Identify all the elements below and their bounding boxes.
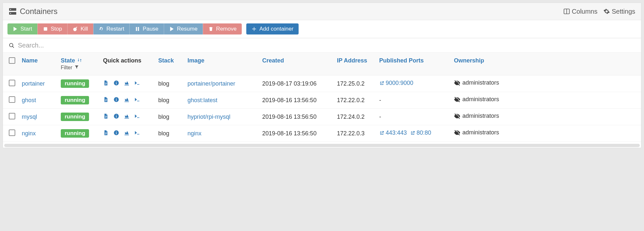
- table-row: portainerrunningblogportainer/portainer2…: [3, 75, 641, 92]
- trash-icon: [208, 26, 213, 32]
- panel-title-text: Containers: [20, 7, 58, 16]
- restart-button[interactable]: Restart: [93, 23, 130, 34]
- add-container-button[interactable]: Add container: [246, 23, 299, 34]
- inspect-icon[interactable]: [113, 113, 119, 119]
- col-ownership[interactable]: Ownership: [451, 53, 641, 75]
- stack-cell: blog: [155, 125, 184, 142]
- search-row: [3, 38, 641, 52]
- stop-label: Stop: [51, 26, 62, 32]
- col-ports[interactable]: Published Ports: [376, 53, 451, 75]
- ports-cell: 9000:9000: [376, 75, 451, 92]
- container-name-link[interactable]: portainer: [22, 80, 45, 87]
- inspect-icon[interactable]: [113, 97, 119, 102]
- col-ip[interactable]: IP Address: [334, 53, 376, 75]
- created-cell: 2019-08-16 13:56:50: [259, 125, 334, 142]
- container-name-link[interactable]: nginx: [22, 130, 36, 137]
- ownership-cell: administrators: [454, 113, 499, 119]
- plus-icon: [251, 26, 257, 32]
- eye-off-icon: [454, 80, 460, 86]
- col-quick-actions: Quick actions: [100, 53, 155, 75]
- play-icon: [169, 26, 174, 32]
- settings-button[interactable]: Settings: [603, 8, 635, 15]
- columns-icon: [563, 8, 570, 15]
- row-checkbox[interactable]: [9, 113, 15, 119]
- console-icon[interactable]: [134, 130, 140, 136]
- columns-label: Columns: [572, 8, 598, 15]
- image-link[interactable]: ghost:latest: [187, 97, 217, 103]
- logs-icon[interactable]: [103, 113, 109, 119]
- logs-icon[interactable]: [103, 130, 109, 136]
- ip-cell: 172.22.0.3: [334, 125, 376, 142]
- ports-cell: -: [376, 92, 451, 109]
- console-icon[interactable]: [134, 80, 140, 86]
- horizontal-scrollbar[interactable]: [4, 144, 640, 147]
- stats-icon[interactable]: [124, 130, 130, 136]
- pause-label: Pause: [143, 26, 158, 32]
- refresh-icon: [99, 26, 104, 32]
- ownership-cell: administrators: [454, 129, 499, 136]
- stats-icon[interactable]: [124, 113, 130, 119]
- bomb-icon: [73, 26, 78, 32]
- col-state[interactable]: State Filter: [58, 53, 100, 75]
- port-link[interactable]: 80:80: [410, 129, 431, 136]
- image-link[interactable]: portainer/portainer: [187, 80, 235, 87]
- panel-header-actions: Columns Settings: [563, 8, 635, 15]
- stop-icon: [43, 26, 48, 32]
- console-icon[interactable]: [134, 97, 140, 102]
- logs-icon[interactable]: [103, 97, 109, 102]
- ip-cell: 172.25.0.2: [334, 75, 376, 92]
- state-badge: running: [61, 129, 89, 138]
- port-link[interactable]: 9000:9000: [379, 80, 413, 87]
- columns-button[interactable]: Columns: [563, 8, 598, 15]
- panel-header: Containers Columns Settings: [3, 3, 641, 20]
- container-name-link[interactable]: mysql: [22, 114, 37, 120]
- console-icon[interactable]: [134, 113, 140, 119]
- col-select: [3, 53, 19, 75]
- stats-icon[interactable]: [124, 80, 130, 86]
- stats-icon[interactable]: [124, 97, 130, 102]
- image-link[interactable]: hypriot/rpi-mysql: [187, 114, 230, 120]
- settings-label: Settings: [612, 8, 635, 15]
- created-cell: 2019-08-17 03:19:06: [259, 75, 334, 92]
- remove-label: Remove: [216, 26, 237, 32]
- panel-title: Containers: [9, 7, 58, 16]
- row-checkbox[interactable]: [9, 129, 15, 136]
- row-checkbox[interactable]: [9, 96, 15, 103]
- sort-icon: [77, 58, 82, 62]
- col-created[interactable]: Created: [259, 53, 334, 75]
- col-image[interactable]: Image: [184, 53, 259, 75]
- inspect-icon[interactable]: [113, 130, 119, 136]
- start-label: Start: [20, 26, 32, 32]
- row-checkbox[interactable]: [9, 80, 15, 86]
- search-input[interactable]: [18, 42, 635, 49]
- ports-cell: -: [376, 109, 451, 125]
- kill-button[interactable]: Kill: [67, 23, 93, 34]
- remove-button[interactable]: Remove: [203, 23, 242, 34]
- col-stack[interactable]: Stack: [155, 53, 184, 75]
- resume-button[interactable]: Resume: [164, 23, 203, 34]
- pause-button[interactable]: Pause: [129, 23, 163, 34]
- gear-icon: [603, 8, 610, 15]
- container-name-link[interactable]: ghost: [22, 97, 36, 103]
- state-filter[interactable]: Filter: [61, 65, 97, 71]
- start-button[interactable]: Start: [7, 23, 37, 34]
- containers-table: Name State Filter Quick actions Stack Im…: [3, 52, 641, 142]
- containers-panel: Containers Columns Settings Start Stop: [3, 3, 641, 148]
- state-badge: running: [61, 79, 89, 88]
- col-name[interactable]: Name: [19, 53, 58, 75]
- action-button-group: Start Stop Kill Restart Pause Resume: [7, 23, 242, 34]
- port-link[interactable]: 443:443: [379, 129, 407, 136]
- inspect-icon[interactable]: [113, 80, 119, 86]
- resume-label: Resume: [177, 26, 198, 32]
- toolbar: Start Stop Kill Restart Pause Resume: [3, 20, 641, 38]
- ip-cell: 172.22.0.2: [334, 92, 376, 109]
- ports-cell: 443:44380:80: [376, 125, 451, 142]
- stop-button[interactable]: Stop: [37, 23, 67, 34]
- ip-cell: 172.24.0.2: [334, 109, 376, 125]
- select-all-checkbox[interactable]: [9, 57, 15, 64]
- external-link-icon: [379, 81, 384, 86]
- logs-icon[interactable]: [103, 80, 109, 86]
- search-icon: [9, 43, 15, 48]
- ownership-cell: administrators: [454, 96, 499, 103]
- image-link[interactable]: nginx: [187, 130, 201, 137]
